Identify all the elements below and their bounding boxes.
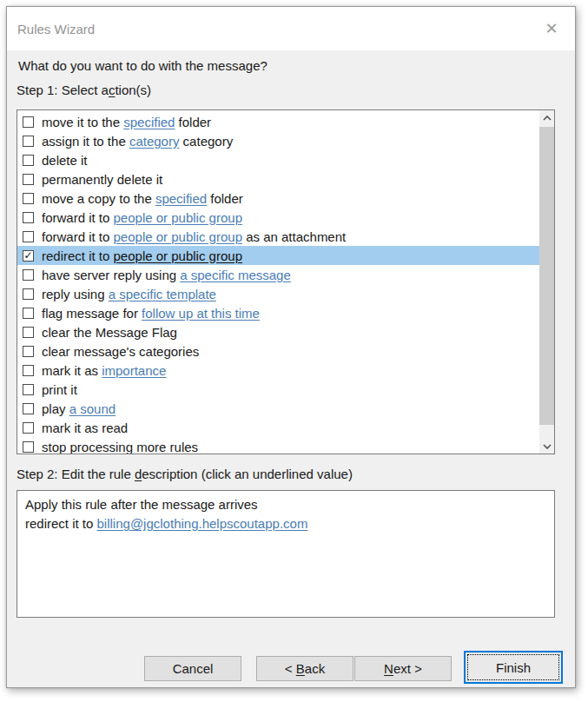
unchecked-checkbox[interactable] [23,308,34,319]
action-label: redirect it to people or public group [42,248,242,263]
unchecked-checkbox[interactable] [23,193,34,204]
close-button[interactable]: ✕ [538,16,565,42]
action-row[interactable]: move it to the specified folder [17,112,539,131]
action-row[interactable]: print it [17,380,539,399]
action-label: stop processing more rules [42,440,198,454]
unchecked-checkbox[interactable] [23,441,34,453]
window-title: Rules Wizard [17,22,95,36]
action-value-link[interactable]: people or public group [114,229,242,244]
unchecked-checkbox[interactable] [23,269,34,281]
action-row[interactable]: reply using a specific template [17,284,539,303]
recipient-email-link[interactable]: billing@jgclothing.helpscoutapp.com [97,516,308,531]
unchecked-checkbox[interactable] [23,212,34,223]
action-value-link[interactable]: people or public group [114,210,242,225]
scrollbar-thumb[interactable] [539,127,554,425]
unchecked-checkbox[interactable] [23,136,34,147]
unchecked-checkbox[interactable] [23,288,34,300]
action-label: delete it [42,153,88,168]
action-value-link[interactable]: a specific message [180,268,291,282]
scrollbar-track[interactable] [539,125,554,439]
question-text: What do you want to do with the message? [18,58,268,73]
action-label: print it [42,382,77,397]
action-label: move it to the specified folder [42,115,211,129]
checked-checkbox[interactable]: ✓ [23,250,34,262]
action-value-link[interactable]: importance [102,363,166,378]
action-row[interactable]: stop processing more rules [17,437,539,454]
action-row[interactable]: forward it to people or public group as … [17,227,539,246]
unchecked-checkbox[interactable] [23,384,34,395]
action-listbox: move it to the specified folderassign it… [17,109,555,454]
action-label: forward it to people or public group as … [42,229,346,244]
title-bar: Rules Wizard ✕ [7,7,575,50]
action-label: assign it to the category category [42,134,233,149]
back-button[interactable]: < Back [256,656,353,681]
chevron-down-icon [543,444,552,449]
action-row[interactable]: assign it to the category category [17,131,539,150]
action-label: have server reply using a specific messa… [42,268,291,282]
step1-label: Step 1: Select action(s) [17,83,151,97]
action-label: flag message for follow up at this time [42,306,260,321]
unchecked-checkbox[interactable] [23,327,34,338]
action-row[interactable]: flag message for follow up at this time [17,303,539,322]
unchecked-checkbox[interactable] [23,403,34,414]
action-row[interactable]: clear the Message Flag [17,322,539,341]
action-label: clear message's categories [42,344,199,359]
unchecked-checkbox[interactable] [23,231,34,242]
action-row[interactable]: have server reply using a specific messa… [17,265,539,284]
rules-wizard-dialog: Rules Wizard ✕ What do you want to do wi… [6,6,576,688]
action-row[interactable]: mark it as read [17,418,539,437]
action-label: mark it as importance [42,363,166,378]
action-value-link[interactable]: a specific template [109,287,216,301]
unchecked-checkbox[interactable] [23,346,34,357]
scroll-up-button[interactable] [539,110,554,125]
action-label: reply using a specific template [42,287,216,301]
action-label: mark it as read [42,421,128,435]
action-label: forward it to people or public group [42,210,242,225]
next-button[interactable]: Next > [354,656,452,681]
action-value-link[interactable]: specified [155,191,207,206]
action-row[interactable]: delete it [17,150,539,169]
unchecked-checkbox[interactable] [23,422,34,434]
action-row[interactable]: permanently delete it [17,169,539,189]
action-value-link[interactable]: people or public group [114,248,242,263]
rule-description-box: Apply this rule after the message arrive… [17,490,555,618]
action-row[interactable]: move a copy to the specified folder [17,189,539,208]
action-label: permanently delete it [42,172,162,187]
action-rows: move it to the specified folderassign it… [17,110,539,454]
unchecked-checkbox[interactable] [23,116,34,128]
action-label: move a copy to the specified folder [42,191,243,206]
action-label: play a sound [42,401,116,416]
rule-description-line2: redirect it to billing@jgclothing.helpsc… [25,514,546,533]
scrollbar[interactable] [539,110,554,454]
finish-button[interactable]: Finish [464,651,563,684]
cancel-button[interactable]: Cancel [144,656,241,681]
action-value-link[interactable]: a sound [69,401,116,416]
unchecked-checkbox[interactable] [23,365,34,376]
close-icon: ✕ [545,21,558,36]
action-row[interactable]: mark it as importance [17,361,539,380]
unchecked-checkbox[interactable] [23,174,34,185]
unchecked-checkbox[interactable] [23,155,34,166]
action-row[interactable]: clear message's categories [17,341,539,361]
rule-description-line1: Apply this rule after the message arrive… [25,495,546,514]
action-row[interactable]: forward it to people or public group [17,208,539,227]
action-value-link[interactable]: category [129,134,180,149]
action-value-link[interactable]: follow up at this time [142,306,260,321]
scroll-down-button[interactable] [539,439,554,454]
step2-label: Step 2: Edit the rule description (click… [17,467,353,481]
action-row[interactable]: ✓redirect it to people or public group [17,246,539,265]
action-value-link[interactable]: specified [123,115,175,129]
chevron-up-icon [543,116,552,121]
action-label: clear the Message Flag [42,325,177,340]
action-row[interactable]: play a sound [17,399,539,418]
